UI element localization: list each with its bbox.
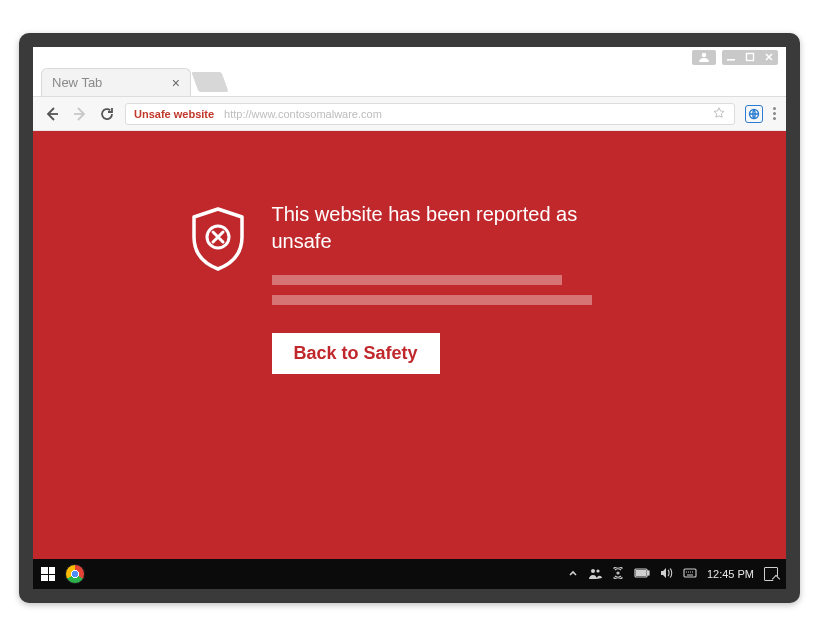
taskbar-clock[interactable]: 12:45 PM [707, 568, 754, 580]
network-icon[interactable] [612, 567, 624, 581]
people-icon[interactable] [588, 567, 602, 581]
back-button[interactable] [43, 105, 61, 123]
address-bar[interactable]: Unsafe website http://www.contosomalware… [125, 103, 735, 125]
tray-overflow-icon[interactable] [568, 568, 578, 580]
reload-button[interactable] [99, 106, 115, 122]
maximize-button[interactable] [741, 52, 760, 62]
user-profile-button[interactable] [692, 50, 716, 65]
browser-menu-button[interactable] [773, 107, 776, 120]
tab-title: New Tab [52, 75, 102, 90]
browser-tab[interactable]: New Tab × [41, 68, 191, 96]
svg-point-0 [702, 53, 706, 57]
keyboard-icon[interactable] [683, 568, 697, 580]
battery-icon[interactable] [634, 568, 650, 580]
chrome-app-icon[interactable] [65, 564, 85, 584]
svg-rect-1 [727, 59, 735, 61]
new-tab-button[interactable] [191, 72, 228, 92]
windows-taskbar: 12:45 PM [33, 559, 786, 589]
warning-detail-line [272, 295, 592, 305]
close-tab-button[interactable]: × [172, 76, 180, 90]
bookmark-star-icon[interactable] [712, 106, 726, 122]
svg-rect-9 [647, 571, 649, 575]
window-titlebar [33, 47, 786, 67]
warning-detail-line [272, 275, 562, 285]
action-center-icon[interactable] [764, 567, 778, 581]
start-button[interactable] [41, 567, 55, 581]
close-window-button[interactable] [759, 52, 778, 62]
svg-rect-2 [747, 54, 754, 61]
page-content: This website has been reported as unsafe… [33, 131, 786, 559]
svg-rect-11 [684, 569, 696, 577]
tab-strip: New Tab × [33, 67, 786, 97]
browser-toolbar: Unsafe website http://www.contosomalware… [33, 97, 786, 131]
url-text: http://www.contosomalware.com [224, 108, 382, 120]
minimize-button[interactable] [722, 52, 741, 62]
svg-point-7 [617, 572, 619, 574]
forward-button[interactable] [71, 105, 89, 123]
svg-rect-10 [636, 571, 645, 576]
volume-icon[interactable] [660, 567, 673, 581]
smartscreen-extension-icon[interactable] [745, 105, 763, 123]
back-to-safety-button[interactable]: Back to Safety [272, 333, 440, 374]
window-controls [722, 50, 778, 65]
shield-x-icon [188, 205, 248, 374]
svg-point-6 [596, 569, 599, 572]
warning-heading: This website has been reported as unsafe [272, 201, 632, 255]
svg-point-5 [591, 569, 595, 573]
security-status-label: Unsafe website [134, 108, 214, 120]
system-tray: 12:45 PM [568, 567, 778, 581]
